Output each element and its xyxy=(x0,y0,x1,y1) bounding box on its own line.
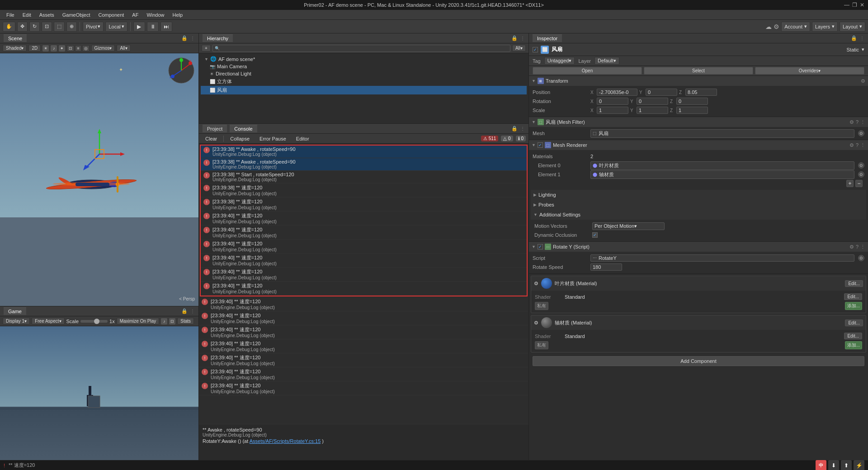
mat2-add-tag[interactable]: 添加... xyxy=(845,341,862,349)
script-expand[interactable]: ⊙ xyxy=(858,255,864,261)
clear-btn[interactable]: Clear xyxy=(202,136,221,142)
console-lock[interactable]: 🔒 xyxy=(511,126,518,132)
log-entry-12[interactable]: ! [23:39:40] ** 速度=120 UnityEngine.Debug… xyxy=(199,311,528,325)
mr-settings-icon[interactable]: ⚙ xyxy=(849,142,854,148)
pause-button[interactable]: ⏸ xyxy=(147,22,159,32)
hierarchy-lock[interactable]: 🔒 xyxy=(511,35,518,41)
rotate-y-header[interactable]: ▼ ✓ ⋯ Rotate Y (Script) ⚙ ? ⋮ xyxy=(529,242,868,252)
log-entry-8[interactable]: ! [23:39:40] ** 速度=120 UnityEngine.Debug… xyxy=(201,254,527,268)
project-tab[interactable]: Project xyxy=(203,125,227,132)
mat1-settings[interactable]: ⚙ xyxy=(534,281,538,287)
mr-more-icon[interactable]: ⋮ xyxy=(860,142,865,148)
ry-settings-icon[interactable]: ⚙ xyxy=(849,244,854,250)
log-entry-17[interactable]: ! [23:39:40] ** 速度=120 UnityEngine.Debug… xyxy=(199,381,528,395)
inspector-lock[interactable]: 🔒 xyxy=(851,35,857,41)
menu-edit[interactable]: Edit xyxy=(19,11,35,19)
menu-assets[interactable]: Assets xyxy=(36,11,58,19)
hierarchy-more[interactable]: ⋮ xyxy=(520,36,525,41)
material2-edit-btn[interactable]: Edit... xyxy=(845,320,863,326)
remove-material-btn[interactable]: − xyxy=(855,180,863,187)
stack-link[interactable]: Assets/AF/Scripts/RotateY.cs:15 xyxy=(250,438,321,444)
hierarchy-search[interactable]: 🔍 xyxy=(212,45,510,52)
scale-x-input[interactable] xyxy=(597,107,628,114)
pos-y-input[interactable] xyxy=(646,89,677,96)
scene-tab[interactable]: Scene xyxy=(4,34,27,42)
probes-header[interactable]: ▶ Probes xyxy=(531,200,866,210)
add-component-btn[interactable]: Add Component xyxy=(533,356,864,366)
game-tab[interactable]: Game xyxy=(4,307,26,315)
elem0-expand[interactable]: ⊙ xyxy=(858,162,864,169)
hierarchy-main-camera[interactable]: 📷 Main Camera xyxy=(201,63,527,70)
game-more-icon[interactable]: ⋮ xyxy=(190,309,195,314)
menu-window[interactable]: Window xyxy=(143,11,168,19)
play-button[interactable]: ▶ xyxy=(133,22,145,32)
account-dropdown[interactable]: Account ▾ xyxy=(781,22,810,32)
inspector-tab[interactable]: Inspector xyxy=(533,34,562,42)
toolbar-transform-scale[interactable]: ⊡ xyxy=(42,22,52,32)
log-entry-9[interactable]: ! [23:39:40] ** 速度=120 UnityEngine.Debug… xyxy=(201,268,527,282)
dynamic-occlusion-check[interactable]: ✓ xyxy=(592,232,598,238)
scene-lock-icon[interactable]: 🔒 xyxy=(181,35,188,41)
material1-edit-btn[interactable]: Edit... xyxy=(845,280,863,287)
toolbar-transform-all[interactable]: ⊕ xyxy=(66,22,77,32)
element1-field[interactable]: ⬤ 轴材质 xyxy=(590,170,854,179)
mf-settings-icon[interactable]: ⚙ xyxy=(849,119,854,125)
collapse-btn[interactable]: Collapse xyxy=(226,136,253,142)
scale-slider[interactable] xyxy=(80,320,108,323)
console-log-content[interactable]: ! [23:39:38] ** Awake , rotateSpeed=90 U… xyxy=(199,144,528,424)
toolbar-transform-rotate[interactable]: ↻ xyxy=(29,22,40,32)
element0-field[interactable]: ⬤ 叶片材质 xyxy=(590,161,854,170)
mf-help-icon[interactable]: ? xyxy=(856,119,859,125)
pos-z-input[interactable] xyxy=(685,89,717,96)
log-entry-11[interactable]: ! [23:39:40] ** 速度=120 UnityEngine.Debug… xyxy=(199,297,528,311)
hierarchy-scene-root[interactable]: ▼ 🌐 AF demo scene* xyxy=(201,55,527,63)
toolbar-transform-rect[interactable]: ⬚ xyxy=(54,22,65,32)
all-btn[interactable]: All▾ xyxy=(117,45,130,52)
scene-fx-toggle[interactable]: ✦ xyxy=(59,45,65,52)
mesh-renderer-header[interactable]: ▼ ✓ ⬚ Mesh Renderer ⚙ ? ⋮ xyxy=(529,140,868,150)
scene-audio-toggle[interactable]: ♪ xyxy=(51,45,57,52)
log-entry-13[interactable]: ! [23:39:40] ** 速度=120 UnityEngine.Debug… xyxy=(199,325,528,339)
hierarchy-fan[interactable]: ⬜ 风扇 xyxy=(201,86,527,94)
mat2-settings[interactable]: ⚙ xyxy=(534,320,538,326)
mesh-filter-header[interactable]: ▼ ⬚ 风扇 (Mesh Filter) ⚙ ? ⋮ xyxy=(529,117,868,127)
layer-dropdown[interactable]: Default▾ xyxy=(594,57,619,65)
mat1-add-tag[interactable]: 添加... xyxy=(845,302,862,310)
game-res-btn[interactable]: ⊡ xyxy=(169,318,175,324)
motion-vectors-dropdown[interactable]: Per Object Motion▾ xyxy=(592,222,665,230)
tag-dropdown[interactable]: Untagged▾ xyxy=(544,57,575,65)
obj-enabled-check[interactable]: ✓ xyxy=(533,47,538,52)
log-entry-5[interactable]: ! [23:39:40] ** 速度=120 UnityEngine.Debug… xyxy=(201,212,527,226)
log-entry-3[interactable]: ! [23:39:38] ** 速度=120 UnityEngine.Debug… xyxy=(201,183,527,197)
step-button[interactable]: ⏭ xyxy=(160,22,172,32)
maximize-btn[interactable]: ❐ xyxy=(852,2,857,8)
additional-settings-header[interactable]: ▼ Additional Settings xyxy=(531,210,866,220)
maximize-btn[interactable]: Maximize On Play xyxy=(117,318,160,324)
toolbar-transform-hand[interactable]: ✋ xyxy=(3,22,15,32)
2d-btn[interactable]: 2D xyxy=(28,45,41,52)
script-field[interactable]: ⋯ RotateY xyxy=(590,254,854,262)
menu-help[interactable]: Help xyxy=(169,11,187,19)
game-audio-btn[interactable]: ♪ xyxy=(161,318,167,324)
layout-dropdown[interactable]: Layout ▾ xyxy=(840,22,865,32)
rot-y-input[interactable] xyxy=(637,98,668,105)
console-tab-btn[interactable]: Console xyxy=(230,125,257,132)
taskbar-icon-4[interactable]: ⚡ xyxy=(854,460,864,470)
display-btn[interactable]: Display 1▾ xyxy=(3,318,30,324)
inspector-more[interactable]: ⋮ xyxy=(860,36,864,41)
transform-settings-icon[interactable]: ⚙ xyxy=(861,78,865,84)
scene-light-toggle[interactable]: ☀ xyxy=(42,45,49,52)
scale-z-input[interactable] xyxy=(676,107,708,114)
mat2-edit-shader[interactable]: Edit... xyxy=(844,333,862,339)
game-lock-icon[interactable]: 🔒 xyxy=(181,308,188,314)
lighting-header[interactable]: ▶ Lighting xyxy=(531,190,866,200)
transform-header[interactable]: ▼ ⊞ Transform ⚙ xyxy=(529,76,868,86)
inspector-scroll-content[interactable]: ✓ ⬜ 风扇 Static ▾ Tag Untagged▾ Layer Defa… xyxy=(529,43,868,460)
scale-y-input[interactable] xyxy=(637,107,668,114)
rotate-speed-input[interactable] xyxy=(590,263,622,271)
menu-component[interactable]: Component xyxy=(94,11,127,19)
menu-gameobject[interactable]: GameObject xyxy=(59,11,94,19)
mr-enabled[interactable]: ✓ xyxy=(538,142,543,148)
scene-mode-btns[interactable]: ⊡ ≡ ◎ xyxy=(67,45,89,52)
shaded-btn[interactable]: Shaded▾ xyxy=(3,45,27,52)
